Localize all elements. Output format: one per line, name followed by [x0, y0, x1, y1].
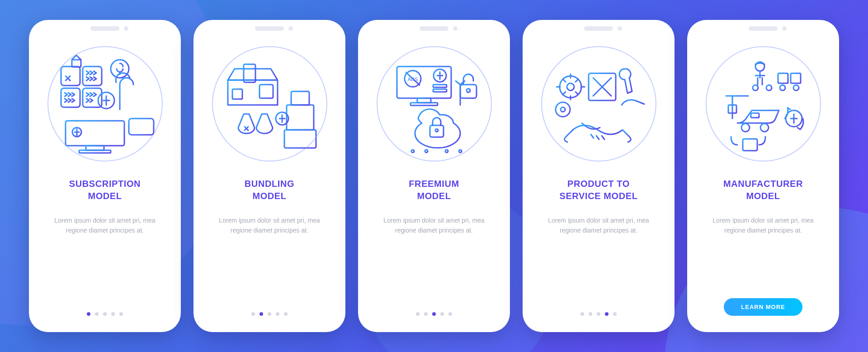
- card-title: BUNDLING MODEL: [245, 178, 294, 202]
- pager-dot[interactable]: [613, 312, 617, 316]
- pager-dot[interactable]: [605, 312, 609, 316]
- pager-dot[interactable]: [276, 312, 279, 316]
- pager: [251, 312, 288, 319]
- pager-dot[interactable]: [432, 312, 436, 316]
- pager-dot[interactable]: [597, 312, 600, 316]
- pager: [580, 312, 617, 319]
- card-description: Lorem ipsum dolor sit amet pri, mea regi…: [373, 216, 495, 235]
- illustration: [706, 46, 821, 162]
- pager-dot[interactable]: [111, 312, 115, 316]
- illustration: [541, 46, 656, 162]
- card-title: PRODUCT TO SERVICE MODEL: [559, 178, 637, 202]
- pager-dot[interactable]: [95, 312, 99, 316]
- pager: [416, 312, 452, 319]
- phone-notch: [255, 26, 284, 31]
- onboarding-screen-product-service: PRODUCT TO SERVICE MODEL Lorem ipsum dol…: [523, 20, 675, 332]
- card-description: Lorem ipsum dolor sit amet pri, mea regi…: [537, 216, 660, 235]
- phone-notch: [749, 26, 778, 31]
- phone-notch: [90, 26, 119, 31]
- illustration: ADS: [377, 46, 492, 162]
- card-description: Lorem ipsum dolor sit amet pri, mea regi…: [43, 216, 166, 235]
- card-description: Lorem ipsum dolor sit amet pri, mea regi…: [702, 216, 825, 235]
- illustration: [47, 46, 163, 162]
- onboarding-screen-manufacturer: MANUFACTURER MODEL Lorem ipsum dolor sit…: [687, 20, 839, 332]
- pager-dot[interactable]: [284, 312, 288, 316]
- onboarding-screen-freemium: ADS: [358, 20, 510, 332]
- illustration: [212, 46, 327, 162]
- pager-dot[interactable]: [424, 312, 428, 316]
- card-title: MANUFACTURER MODEL: [723, 178, 803, 202]
- pager-dot[interactable]: [580, 312, 584, 316]
- onboarding-screen-subscription: SUBSCRIPTION MODEL Lorem ipsum dolor sit…: [29, 20, 181, 332]
- card-title: SUBSCRIPTION MODEL: [69, 178, 141, 202]
- phones-row: SUBSCRIPTION MODEL Lorem ipsum dolor sit…: [0, 0, 868, 352]
- pager-dot[interactable]: [268, 312, 271, 316]
- card-description: Lorem ipsum dolor sit amet pri, mea regi…: [208, 216, 331, 235]
- onboarding-screen-bundling: BUNDLING MODEL Lorem ipsum dolor sit ame…: [193, 20, 345, 332]
- pager-dot[interactable]: [259, 312, 263, 316]
- pager-dot[interactable]: [448, 312, 452, 316]
- pager-dot[interactable]: [416, 312, 420, 316]
- card-title: FREEMIUM MODEL: [409, 178, 459, 202]
- pager: [87, 312, 123, 319]
- phone-notch: [420, 26, 448, 31]
- pager-dot[interactable]: [589, 312, 592, 316]
- pager-dot[interactable]: [103, 312, 107, 316]
- learn-more-button[interactable]: LEARN MORE: [724, 298, 802, 316]
- pager-dot[interactable]: [119, 312, 123, 316]
- pager-dot[interactable]: [87, 312, 90, 316]
- phone-notch: [584, 26, 613, 31]
- pager-dot[interactable]: [440, 312, 444, 316]
- pager-dot[interactable]: [251, 312, 255, 316]
